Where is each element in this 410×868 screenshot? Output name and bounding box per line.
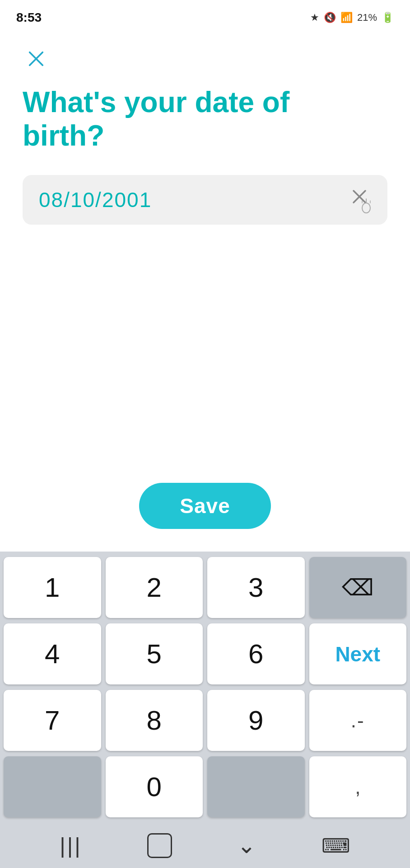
keyboard-row-2: 4 5 6 Next xyxy=(4,623,406,684)
key-2[interactable]: 2 xyxy=(106,557,203,618)
key-8[interactable]: 8 xyxy=(106,690,203,751)
key-empty-right xyxy=(207,756,305,817)
nav-back-icon: ||| xyxy=(60,833,82,858)
nav-home-button[interactable] xyxy=(134,829,186,863)
save-button-container: Save xyxy=(23,483,387,552)
key-0[interactable]: 0 xyxy=(106,756,203,817)
nav-keyboard-icon: ⌨ xyxy=(321,834,350,857)
key-empty-left xyxy=(4,756,101,817)
key-1[interactable]: 1 xyxy=(4,557,101,618)
page-title: What's your date ofbirth? xyxy=(23,86,387,152)
nav-down-icon: ⌄ xyxy=(237,832,256,859)
battery-percent: 21% xyxy=(357,12,377,24)
key-6[interactable]: 6 xyxy=(207,623,305,684)
status-bar: 8:53 ★ 🔇 📶 21% 🔋 xyxy=(0,0,410,32)
key-5[interactable]: 5 xyxy=(106,623,203,684)
mute-icon: 🔇 xyxy=(324,12,336,24)
svg-point-4 xyxy=(362,203,370,213)
nav-home-icon xyxy=(147,833,172,858)
backspace-icon: ⌫ xyxy=(342,575,374,601)
status-icons: ★ 🔇 📶 21% 🔋 xyxy=(310,12,394,24)
key-backspace[interactable]: ⌫ xyxy=(309,557,407,618)
bluetooth-icon: ★ xyxy=(310,12,319,24)
clear-input-button[interactable] xyxy=(347,186,374,213)
date-input-container[interactable]: 08/10/2001 xyxy=(23,175,387,225)
key-4[interactable]: 4 xyxy=(4,623,101,684)
key-comma[interactable]: , xyxy=(309,756,407,817)
wifi-icon: 📶 xyxy=(340,12,353,24)
nav-back-button[interactable]: ||| xyxy=(46,829,95,863)
key-next[interactable]: Next xyxy=(309,623,407,684)
keyboard-row-4: 0 , xyxy=(4,756,406,817)
key-symbol[interactable]: .- xyxy=(309,690,407,751)
status-time: 8:53 xyxy=(16,10,42,25)
key-9[interactable]: 9 xyxy=(207,690,305,751)
close-icon xyxy=(28,50,45,67)
main-content: What's your date ofbirth? 08/10/2001 Sav… xyxy=(0,32,410,552)
key-7[interactable]: 7 xyxy=(4,690,101,751)
save-button[interactable]: Save xyxy=(139,483,270,529)
nav-down-button[interactable]: ⌄ xyxy=(224,828,270,863)
nav-keyboard-button[interactable]: ⌨ xyxy=(308,830,364,862)
close-button[interactable] xyxy=(23,45,50,72)
date-input[interactable]: 08/10/2001 xyxy=(39,188,371,212)
key-3[interactable]: 3 xyxy=(207,557,305,618)
clear-icon xyxy=(349,186,372,213)
keyboard-row-1: 1 2 3 ⌫ xyxy=(4,557,406,618)
nav-bar: ||| ⌄ ⌨ xyxy=(0,823,410,868)
keyboard-area: 1 2 3 ⌫ 4 5 6 Next 7 8 9 .- 0 , xyxy=(0,552,410,823)
keyboard-row-3: 7 8 9 .- xyxy=(4,690,406,751)
battery-icon: 🔋 xyxy=(382,12,394,24)
